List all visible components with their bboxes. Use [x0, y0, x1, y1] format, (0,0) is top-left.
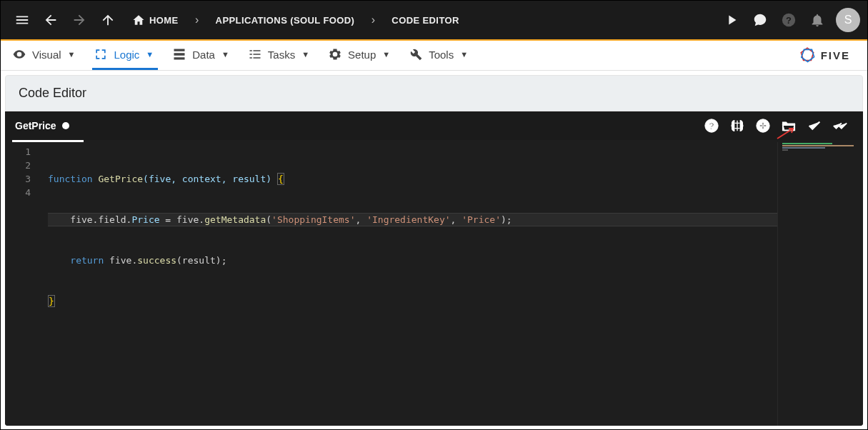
- editor-toolbar: GetPrice ?: [5, 111, 863, 140]
- editor-help-icon[interactable]: ?: [699, 113, 724, 139]
- avatar[interactable]: S: [836, 8, 860, 32]
- brand-label: FIVE: [821, 49, 850, 61]
- run-icon[interactable]: [717, 6, 746, 34]
- open-folder-icon[interactable]: [776, 113, 802, 139]
- forward-icon[interactable]: [65, 6, 94, 34]
- code-line-2: five.field.Price = five.getMetadata('Sho…: [48, 213, 863, 226]
- tab-logic[interactable]: Logic▼: [92, 41, 158, 70]
- code-line-1: function GetPrice(five, context, result)…: [48, 172, 863, 186]
- save-check-icon[interactable]: [802, 113, 827, 139]
- save-all-check-icon[interactable]: [827, 113, 853, 139]
- help-icon[interactable]: ?: [774, 6, 803, 34]
- svg-text:?: ?: [786, 15, 792, 26]
- bell-icon[interactable]: [803, 6, 832, 34]
- tab-data-label: Data: [192, 49, 215, 61]
- tab-tools-label: Tools: [429, 49, 454, 61]
- up-icon[interactable]: [94, 6, 122, 34]
- avatar-letter: S: [844, 14, 852, 26]
- tab-tools[interactable]: Tools▼: [407, 41, 472, 70]
- svg-text:?: ?: [709, 121, 714, 131]
- nav-tabs: Visual▼ Logic▼ Data▼ Tasks▼ Setup▼ Tools…: [1, 41, 867, 71]
- editor-panel: GetPrice ? 1 2 3 4 function: [5, 111, 863, 426]
- breadcrumb: HOME › APPLICATIONS (SOUL FOOD) › CODE E…: [125, 14, 467, 26]
- tab-setup[interactable]: Setup▼: [326, 41, 394, 70]
- tab-visual-label: Visual: [32, 49, 61, 61]
- breadcrumb-code-editor[interactable]: CODE EDITOR: [384, 15, 466, 26]
- brand-logo: FIVE: [798, 41, 857, 70]
- tab-tasks[interactable]: Tasks▼: [246, 41, 314, 70]
- breadcrumb-applications-label: APPLICATIONS (SOUL FOOD): [216, 15, 355, 26]
- code-content[interactable]: function GetPrice(five, context, result)…: [41, 142, 863, 426]
- chevron-right-icon: ›: [364, 14, 381, 26]
- minimap[interactable]: [777, 142, 863, 426]
- five-logo-icon: [798, 46, 817, 65]
- back-icon[interactable]: [36, 6, 65, 34]
- page-title: Code Editor: [5, 75, 863, 111]
- dirty-indicator-icon: [62, 122, 69, 129]
- editor-filename-tab[interactable]: GetPrice: [15, 120, 69, 131]
- breadcrumb-code-editor-label: CODE EDITOR: [391, 15, 459, 26]
- code-line-4: }: [48, 294, 863, 308]
- ai-brain-icon[interactable]: [724, 113, 750, 139]
- tab-visual[interactable]: Visual▼: [11, 41, 79, 70]
- menu-icon[interactable]: [8, 6, 36, 34]
- code-editor-area[interactable]: 1 2 3 4 function GetPrice(five, context,…: [5, 142, 863, 426]
- chevron-right-icon: ›: [189, 14, 206, 26]
- tab-tasks-label: Tasks: [268, 49, 295, 61]
- add-icon[interactable]: [750, 113, 776, 139]
- tab-logic-label: Logic: [114, 49, 139, 61]
- breadcrumb-applications[interactable]: APPLICATIONS (SOUL FOOD): [209, 15, 362, 26]
- topbar: HOME › APPLICATIONS (SOUL FOOD) › CODE E…: [1, 1, 867, 41]
- breadcrumb-home-label: HOME: [149, 15, 179, 26]
- chat-icon[interactable]: [746, 6, 774, 34]
- tab-data[interactable]: Data▼: [171, 41, 234, 70]
- editor-filename: GetPrice: [15, 120, 56, 131]
- code-line-3: return five.success(result);: [48, 254, 863, 267]
- breadcrumb-home[interactable]: HOME: [125, 14, 186, 26]
- line-gutter: 1 2 3 4: [5, 142, 41, 426]
- tab-setup-label: Setup: [348, 49, 376, 61]
